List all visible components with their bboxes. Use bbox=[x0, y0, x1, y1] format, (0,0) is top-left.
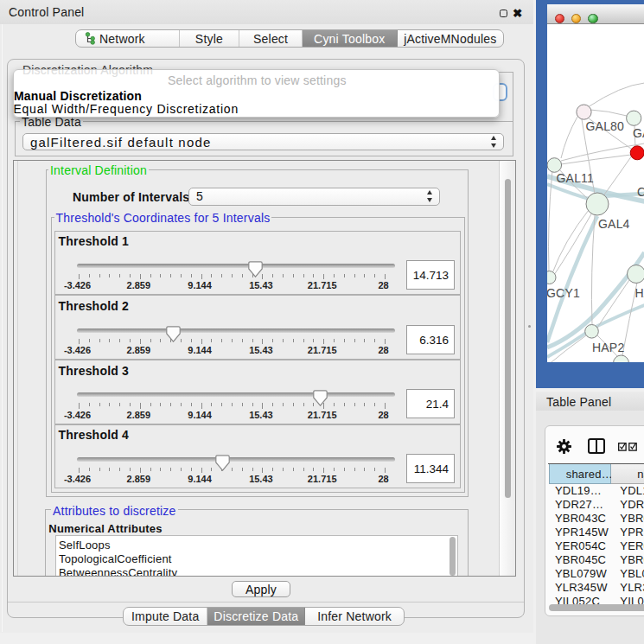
svg-text:HAP2: HAP2 bbox=[592, 341, 624, 354]
svg-text:GAL80: GAL80 bbox=[585, 119, 624, 133]
svg-text:CR: CR bbox=[637, 185, 644, 199]
svg-text:GA: GA bbox=[633, 126, 644, 140]
svg-text:GAL4: GAL4 bbox=[598, 217, 630, 231]
svg-text:GCY1: GCY1 bbox=[547, 286, 580, 300]
svg-text:HA: HA bbox=[634, 286, 644, 300]
svg-text:GAL11: GAL11 bbox=[556, 171, 594, 185]
